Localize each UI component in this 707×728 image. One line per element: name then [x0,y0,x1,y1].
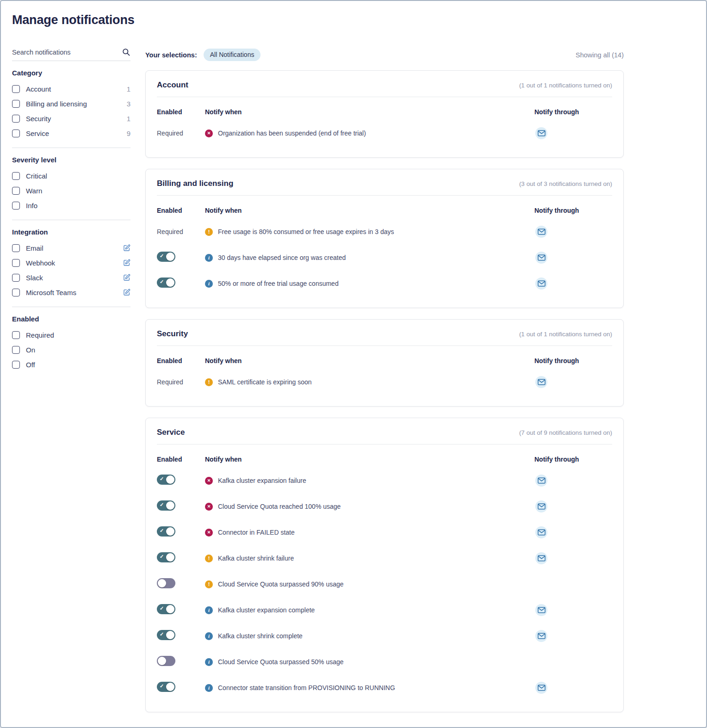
enabled-toggle[interactable]: ✓ [157,526,175,537]
sidebar-item-billing-and-licensing[interactable]: Billing and licensing 3 [12,96,130,111]
filter-checkbox[interactable] [12,130,20,137]
sidebar-section-integration: Integration Email Webhook Slack [12,220,130,307]
filter-checkbox[interactable] [12,202,20,210]
email-icon[interactable] [535,226,547,238]
sidebar-item-critical[interactable]: Critical [12,168,130,183]
filter-checkbox[interactable] [12,100,20,108]
showing-count: Showing all (14) [576,51,624,59]
info-severity-icon: i [205,684,213,692]
notification-row: ✓ i Kafka cluster expansion complete [157,597,612,623]
filter-checkbox[interactable] [12,331,20,339]
sidebar-item-account[interactable]: Account 1 [12,81,130,96]
filter-checkbox[interactable] [12,289,20,296]
enabled-toggle[interactable]: ✓ [157,500,175,511]
filter-checkbox[interactable] [12,85,20,93]
email-icon[interactable] [535,630,547,642]
sidebar-item-off[interactable]: Off [12,357,130,372]
error-severity-icon: ✕ [205,130,213,137]
toggle-knob [166,631,174,639]
search-icon[interactable] [122,48,130,56]
warn-severity-icon: ! [205,228,213,236]
notification-row: ✓ ! Kafka cluster shrink failure [157,545,612,571]
notification-row: Required ! SAML certificate is expiring … [157,369,612,395]
sidebar-item-microsoft-teams[interactable]: Microsoft Teams [12,285,130,300]
edit-icon[interactable] [123,289,130,296]
search-input[interactable] [12,49,118,56]
filter-checkbox[interactable] [12,361,20,369]
sidebar-sections: Category Account 1 Billing and licensing… [12,61,130,379]
toggle-check-glyph: ✓ [160,554,164,560]
info-severity-icon: i [205,606,213,614]
notify-through-cell [534,127,612,139]
enabled-toggle[interactable]: ✓ [157,552,175,562]
email-icon[interactable] [535,252,547,264]
enabled-toggle[interactable]: ✓ [157,682,175,692]
notification-text: SAML certificate is expiring soon [218,378,312,386]
email-icon[interactable] [535,376,547,388]
card-summary: (1 out of 1 notifications turned on) [519,331,612,338]
enabled-toggle[interactable] [157,656,175,666]
sidebar-item-slack[interactable]: Slack [12,270,130,285]
col-notify-when: Notify when [205,357,534,364]
notify-through-cell [534,630,612,642]
notification-row: ✓ i 30 days have elapsed since org was c… [157,245,612,271]
notify-when-cell: i Kafka cluster shrink complete [205,632,534,640]
notify-when-cell: i Cloud Service Quota surpassed 50% usag… [205,658,534,666]
notification-text: Cloud Service Quota surpassed 90% usage [218,580,344,588]
card-security: Security (1 out of 1 notifications turne… [145,319,624,407]
filter-checkbox[interactable] [12,115,20,123]
email-icon[interactable] [535,278,547,290]
sidebar-item-required[interactable]: Required [12,327,130,342]
enabled-cell: ✓ [157,682,205,694]
card-rows: Required ! Free usage is 80% consumed or… [157,219,612,308]
column-headers: Enabled Notify when Notify through [157,97,612,120]
notify-through-cell [534,475,612,487]
enabled-toggle[interactable]: ✓ [157,278,175,288]
filter-sidebar: Category Account 1 Billing and licensing… [12,48,130,723]
required-label: Required [157,130,183,137]
edit-icon[interactable] [123,259,130,266]
sidebar-item-info[interactable]: Info [12,198,130,213]
sidebar-item-security[interactable]: Security 1 [12,111,130,126]
filter-checkbox[interactable] [12,274,20,282]
sidebar-item-service[interactable]: Service 9 [12,126,130,141]
filter-label: Webhook [26,259,55,267]
filter-checkbox[interactable] [12,346,20,354]
column-headers: Enabled Notify when Notify through [157,196,612,219]
edit-icon[interactable] [123,274,130,281]
page-title: Manage notifications [1,1,706,27]
selection-chip[interactable]: All Notifications [204,49,261,61]
email-icon[interactable] [535,127,547,139]
edit-icon[interactable] [123,244,130,252]
notification-text: Connector state transition from PROVISIO… [218,684,395,691]
main-content: Your selections: All Notifications Showi… [145,48,624,723]
sidebar-item-email[interactable]: Email [12,241,130,255]
filter-checkbox[interactable] [12,259,20,267]
email-icon[interactable] [535,682,547,694]
sidebar-section-items: Critical Warn Info [12,168,130,213]
sidebar-item-warn[interactable]: Warn [12,183,130,198]
enabled-toggle[interactable]: ✓ [157,604,175,614]
notify-when-cell: i 50% or more of free trial usage consum… [205,280,534,288]
filter-checkbox[interactable] [12,244,20,252]
email-icon[interactable] [535,552,547,564]
enabled-toggle[interactable] [157,578,175,588]
filter-label: Security [26,115,51,123]
enabled-cell: ✓ [157,252,205,264]
email-icon[interactable] [535,500,547,512]
email-icon[interactable] [535,475,547,487]
error-severity-icon: ✕ [205,477,213,485]
notify-when-cell: ! SAML certificate is expiring soon [205,378,534,386]
email-icon[interactable] [535,526,547,538]
enabled-toggle[interactable]: ✓ [157,630,175,640]
enabled-toggle[interactable]: ✓ [157,252,175,262]
enabled-toggle[interactable]: ✓ [157,475,175,485]
card-summary: (7 out of 9 notifications turned on) [519,429,612,436]
filter-label: Off [26,361,35,369]
error-severity-icon: ✕ [205,529,213,537]
filter-checkbox[interactable] [12,172,20,180]
email-icon[interactable] [535,604,547,616]
sidebar-item-on[interactable]: On [12,342,130,357]
sidebar-item-webhook[interactable]: Webhook [12,255,130,270]
filter-checkbox[interactable] [12,187,20,195]
